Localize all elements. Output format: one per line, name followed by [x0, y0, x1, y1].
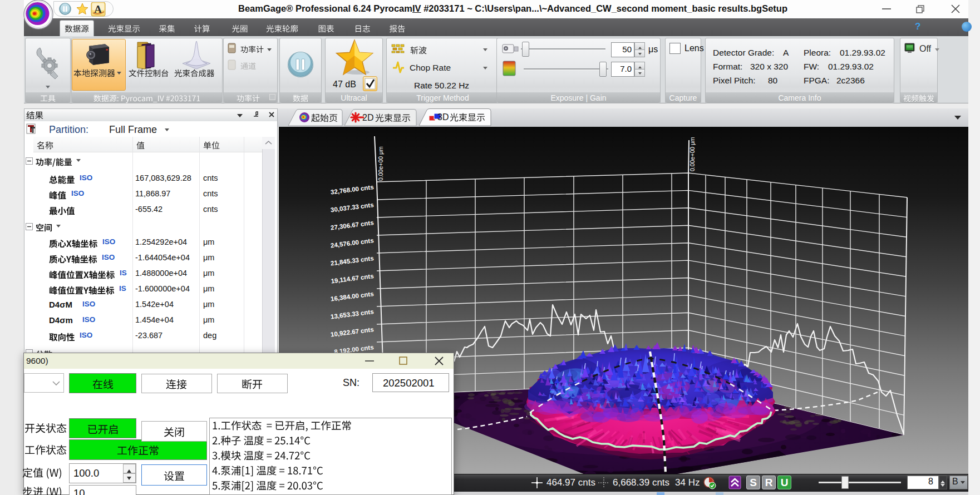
svg-text:0.00e+00 μm: 0.00e+00 μm	[689, 137, 696, 171]
svg-text:0.00e+00 μm: 0.00e+00 μm	[377, 146, 384, 181]
